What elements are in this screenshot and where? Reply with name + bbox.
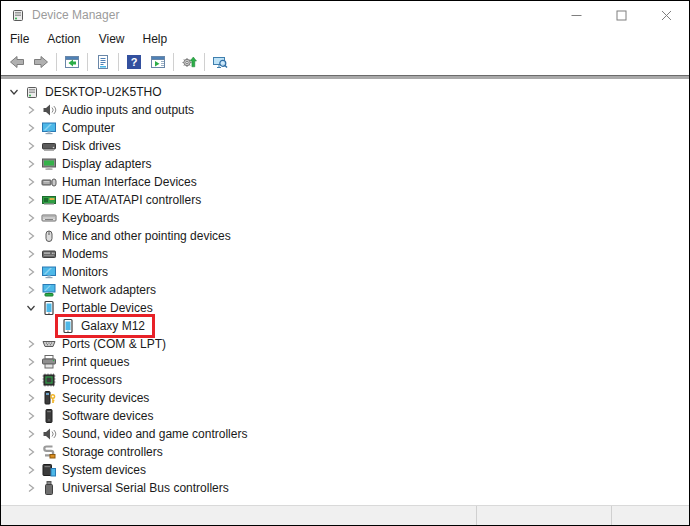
tree-item-mice-and-other-pointing-devices[interactable]: Mice and other pointing devices xyxy=(1,227,689,245)
chevron-spacer xyxy=(41,320,54,333)
chevron-right-icon[interactable] xyxy=(24,410,37,423)
disk-icon xyxy=(41,138,57,154)
chevron-right-icon[interactable] xyxy=(24,104,37,117)
tree-item-network-adapters[interactable]: Network adapters xyxy=(1,281,689,299)
tree-item-label: Processors xyxy=(62,373,122,387)
tree-item-label: Display adapters xyxy=(62,157,151,171)
back-button[interactable] xyxy=(5,51,29,73)
tree-item-label: Galaxy M12 xyxy=(81,319,145,333)
maximize-button[interactable] xyxy=(599,1,644,29)
forward-icon xyxy=(33,54,49,70)
titlebar[interactable]: Device Manager xyxy=(1,1,689,29)
computer-root-icon xyxy=(24,84,40,100)
display-adapter-icon xyxy=(41,156,57,172)
tree-item-sound-video-and-game-controllers[interactable]: Sound, video and game controllers xyxy=(1,425,689,443)
tree-item-audio-inputs-and-outputs[interactable]: Audio inputs and outputs xyxy=(1,101,689,119)
scan-hardware-button[interactable] xyxy=(208,51,232,73)
chevron-right-icon[interactable] xyxy=(24,356,37,369)
chevron-right-icon[interactable] xyxy=(24,284,37,297)
menu-view[interactable]: View xyxy=(99,30,134,49)
chevron-right-icon[interactable] xyxy=(24,374,37,387)
tree-item-label: Human Interface Devices xyxy=(62,175,197,189)
chevron-right-icon[interactable] xyxy=(24,122,37,135)
ide-icon xyxy=(41,192,57,208)
minimize-button[interactable] xyxy=(554,1,599,29)
help-button[interactable]: ? xyxy=(122,51,146,73)
tree-item-software-devices[interactable]: Software devices xyxy=(1,407,689,425)
tree-item-print-queues[interactable]: Print queues xyxy=(1,353,689,371)
tree-item-label: IDE ATA/ATAPI controllers xyxy=(62,193,201,207)
device-manager-app-icon xyxy=(10,7,26,23)
tree-item-desktop-u2k5tho[interactable]: DESKTOP-U2K5THO xyxy=(1,83,689,101)
forward-button[interactable] xyxy=(29,51,53,73)
tree-item-label: Disk drives xyxy=(62,139,121,153)
update-driver-button[interactable] xyxy=(177,51,201,73)
window-controls xyxy=(554,1,689,29)
close-button[interactable] xyxy=(644,1,689,29)
chevron-right-icon[interactable] xyxy=(24,266,37,279)
keyboard-icon xyxy=(41,210,57,226)
tree-item-label: Mice and other pointing devices xyxy=(62,229,231,243)
tree-item-modems[interactable]: Modems xyxy=(1,245,689,263)
tree-item-display-adapters[interactable]: Display adapters xyxy=(1,155,689,173)
action-pane-icon xyxy=(150,54,166,70)
tree-item-security-devices[interactable]: Security devices xyxy=(1,389,689,407)
tree-item-label: Audio inputs and outputs xyxy=(62,103,194,117)
action-pane-button[interactable] xyxy=(146,51,170,73)
hid-icon xyxy=(41,174,57,190)
chevron-down-icon[interactable] xyxy=(7,86,20,99)
chevron-right-icon[interactable] xyxy=(24,428,37,441)
modem-icon xyxy=(41,246,57,262)
tree-item-system-devices[interactable]: System devices xyxy=(1,461,689,479)
tree-item-computer[interactable]: Computer xyxy=(1,119,689,137)
chevron-right-icon[interactable] xyxy=(24,392,37,405)
system-icon xyxy=(41,462,57,478)
tree-item-processors[interactable]: Processors xyxy=(1,371,689,389)
chevron-right-icon[interactable] xyxy=(24,338,37,351)
chevron-down-icon[interactable] xyxy=(24,302,37,315)
chevron-right-icon[interactable] xyxy=(24,140,37,153)
chevron-right-icon[interactable] xyxy=(24,230,37,243)
back-icon xyxy=(9,54,25,70)
svg-text:?: ? xyxy=(131,56,138,68)
chevron-right-icon[interactable] xyxy=(24,176,37,189)
console-tree-icon xyxy=(64,54,80,70)
console-tree-button[interactable] xyxy=(60,51,84,73)
tree-item-keyboards[interactable]: Keyboards xyxy=(1,209,689,227)
toolbar-separator xyxy=(173,53,174,71)
tree-item-ide-ata-atapi-controllers[interactable]: IDE ATA/ATAPI controllers xyxy=(1,191,689,209)
tree-item-label: Network adapters xyxy=(62,283,156,297)
chevron-right-icon[interactable] xyxy=(24,194,37,207)
chevron-right-icon[interactable] xyxy=(24,212,37,225)
help-icon: ? xyxy=(126,54,142,70)
tree-item-label: Keyboards xyxy=(62,211,119,225)
toolbar-separator xyxy=(118,53,119,71)
tree-item-monitors[interactable]: Monitors xyxy=(1,263,689,281)
toolbar-separator xyxy=(204,53,205,71)
tree-item-storage-controllers[interactable]: Storage controllers xyxy=(1,443,689,461)
tree-item-label: Portable Devices xyxy=(62,301,153,315)
chevron-right-icon[interactable] xyxy=(24,248,37,261)
menu-action[interactable]: Action xyxy=(47,30,89,49)
menu-help[interactable]: Help xyxy=(143,30,177,49)
usb-icon xyxy=(41,480,57,496)
tree-item-disk-drives[interactable]: Disk drives xyxy=(1,137,689,155)
menu-file[interactable]: File xyxy=(10,30,38,49)
menubar: File Action View Help xyxy=(1,29,689,49)
tree-item-universal-serial-bus-controllers[interactable]: Universal Serial Bus controllers xyxy=(1,479,689,497)
tree-item-label: Security devices xyxy=(62,391,149,405)
chevron-right-icon[interactable] xyxy=(24,482,37,495)
statusbar-separator xyxy=(476,506,477,525)
properties-button[interactable] xyxy=(91,51,115,73)
chevron-right-icon[interactable] xyxy=(24,446,37,459)
phone-icon xyxy=(60,318,76,334)
chevron-right-icon[interactable] xyxy=(24,464,37,477)
tree-item-human-interface-devices[interactable]: Human Interface Devices xyxy=(1,173,689,191)
statusbar xyxy=(1,505,689,525)
tree-item-label: Universal Serial Bus controllers xyxy=(62,481,229,495)
network-icon xyxy=(41,282,57,298)
tree-item-galaxy-m12[interactable]: Galaxy M12 xyxy=(1,317,689,335)
chevron-right-icon[interactable] xyxy=(24,158,37,171)
printer-icon xyxy=(41,354,57,370)
device-manager-window: Device Manager File Action View Help ? D… xyxy=(0,0,690,526)
